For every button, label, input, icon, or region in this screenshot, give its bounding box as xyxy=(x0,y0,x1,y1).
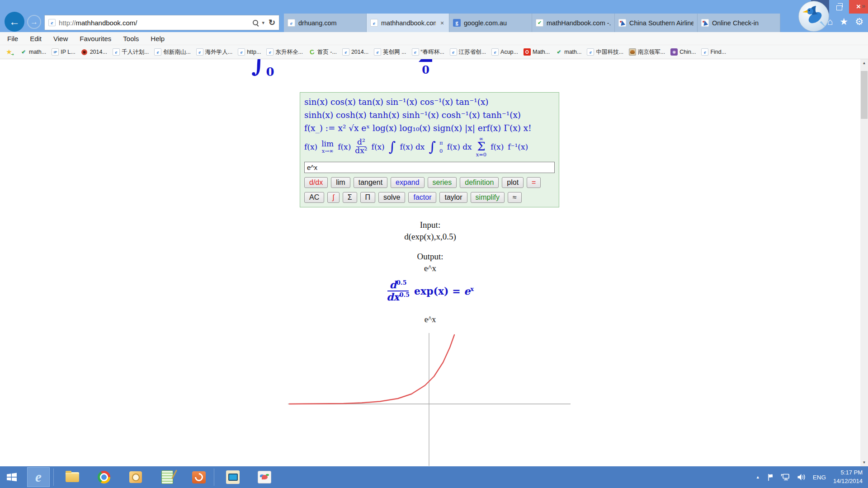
browser-tab[interactable]: Online Check-in × xyxy=(698,14,780,32)
math-action-button[interactable]: factor xyxy=(408,192,436,203)
favorite-label: http... xyxy=(247,49,261,55)
taskbar-item[interactable] xyxy=(124,467,147,487)
math-action-button[interactable]: solve xyxy=(378,192,405,203)
favorite-item[interactable]: 2014... xyxy=(78,47,110,57)
action-center-flag-icon[interactable] xyxy=(767,474,774,481)
taskbar-item[interactable] xyxy=(253,467,276,487)
math-action-button[interactable]: = xyxy=(527,177,541,188)
favorite-icon xyxy=(5,48,13,56)
clock[interactable]: 5:17 PM 14/12/2014 xyxy=(833,469,863,486)
favorite-item[interactable]: 首页 -... xyxy=(306,47,340,57)
favorite-item[interactable]: http... xyxy=(235,47,264,57)
taskbar-item[interactable] xyxy=(93,467,115,487)
favorite-item[interactable]: 2014... xyxy=(340,47,371,57)
calculus-row[interactable]: f(x) limx→∞ f(x) d²dx² f(x) ∫ f(x) dx ∫ … xyxy=(304,136,555,158)
browser-tab[interactable]: google.com.au × xyxy=(449,14,532,32)
scroll-down-icon[interactable]: ▼ xyxy=(860,459,868,466)
favorites-overflow-chevron-icon[interactable]: » xyxy=(862,2,865,9)
home-icon[interactable]: ⌂ xyxy=(827,17,833,26)
favorite-item[interactable]: Acup... xyxy=(489,47,521,57)
favorite-item[interactable]: “春晖杯... xyxy=(409,47,447,57)
network-icon[interactable] xyxy=(781,474,790,481)
browser-tab[interactable]: mathhandbook.com × xyxy=(367,14,449,32)
favorite-item[interactable]: 江苏省创... xyxy=(447,47,489,57)
favorite-item[interactable]: 海外学人... xyxy=(193,47,235,57)
math-action-button[interactable]: tangent xyxy=(354,177,387,188)
favorite-item[interactable]: 英创网 ... xyxy=(371,47,409,57)
favorite-icon xyxy=(587,48,594,56)
browser-titlebar: ← → http://mathhandbook.com/ ▾ ↻ drhuang… xyxy=(0,0,868,32)
volume-icon[interactable] xyxy=(797,474,806,481)
math-action-button[interactable]: lim xyxy=(331,177,350,188)
menu-item[interactable]: Tools xyxy=(123,35,139,42)
address-bar[interactable]: http://mathhandbook.com/ ▾ ↻ xyxy=(44,15,279,30)
taskbar-item[interactable] xyxy=(222,467,244,487)
math-action-button[interactable]: expand xyxy=(391,177,425,188)
favorite-item[interactable]: IP L... xyxy=(49,47,78,57)
math-action-button[interactable]: definition xyxy=(460,177,499,188)
fx-term: f(x) xyxy=(338,142,351,151)
math-action-button[interactable]: Π xyxy=(360,192,376,203)
refresh-icon[interactable]: ↻ xyxy=(269,18,275,28)
language-indicator[interactable]: ENG xyxy=(813,474,826,481)
address-dropdown-icon[interactable]: ▾ xyxy=(262,20,264,26)
url-text[interactable]: http://mathhandbook.com/ xyxy=(59,19,250,27)
scrollbar-thumb[interactable] xyxy=(861,71,868,119)
bird-logo xyxy=(798,1,829,32)
forward-arrow-icon: → xyxy=(30,18,38,27)
taskbar-item[interactable] xyxy=(156,467,179,487)
favorite-item[interactable] xyxy=(3,47,17,57)
favorite-item[interactable]: 创新南山... xyxy=(151,47,193,57)
tab-favicon-icon xyxy=(453,19,461,27)
forward-button[interactable]: → xyxy=(27,15,41,29)
taskbar-item[interactable] xyxy=(61,467,84,487)
favorite-item[interactable]: math... xyxy=(552,47,584,57)
back-button[interactable]: ← xyxy=(5,12,24,32)
menu-item[interactable]: Favourites xyxy=(80,35,111,42)
math-action-button[interactable]: taylor xyxy=(439,192,467,203)
browser-tab[interactable]: China Southern Airline... × xyxy=(615,14,698,32)
favorite-item[interactable]: Find... xyxy=(698,47,729,57)
favorite-item[interactable]: Math... xyxy=(521,47,552,57)
favorite-icon xyxy=(308,48,316,56)
menu-item[interactable]: Edit xyxy=(30,35,42,42)
math-action-button[interactable]: series xyxy=(428,177,457,188)
math-action-button[interactable]: d/dx xyxy=(304,177,328,188)
tab-label: mathhandbook.com xyxy=(381,19,436,27)
favorite-icon xyxy=(555,48,562,56)
taskbar-item[interactable] xyxy=(27,467,50,487)
math-action-button[interactable]: simplify xyxy=(471,192,505,203)
math-action-button[interactable]: plot xyxy=(502,177,524,188)
favorite-item[interactable]: 千人计划... xyxy=(110,47,151,57)
expression-input[interactable] xyxy=(304,162,555,173)
tab-close-icon[interactable]: × xyxy=(439,20,445,26)
browser-tab[interactable]: mathHandbook.com -... × xyxy=(532,14,615,32)
settings-gear-icon[interactable]: ⚙ xyxy=(855,17,863,26)
taskbar-item[interactable] xyxy=(188,467,210,487)
favorite-item[interactable]: 中国科技... xyxy=(584,47,626,57)
math-action-button[interactable]: ≈ xyxy=(508,192,522,203)
favorite-item[interactable]: 南京领军... xyxy=(626,47,668,57)
system-tray: ▲ ENG 5:17 PM 14/12/2014 xyxy=(756,469,868,486)
favorite-item[interactable]: math... xyxy=(17,47,49,57)
scroll-up-icon[interactable]: ▲ xyxy=(860,59,868,67)
search-icon[interactable] xyxy=(253,20,259,26)
menu-item[interactable]: View xyxy=(53,35,68,42)
menu-item[interactable]: Help xyxy=(151,35,165,42)
browser-tab[interactable]: drhuang.com × xyxy=(284,14,367,32)
math-action-button[interactable]: Σ xyxy=(343,192,357,203)
tab-strip: drhuang.com × mathhandbook.com × google.… xyxy=(284,14,780,32)
hidden-icons-chevron-icon[interactable]: ▲ xyxy=(756,475,760,479)
menu-item[interactable]: File xyxy=(7,35,18,42)
start-button[interactable] xyxy=(0,466,24,488)
favorite-item[interactable]: 东升杯全... xyxy=(264,47,305,57)
hyperbolic-row[interactable]: sinh(x) cosh(x) tanh(x) sinh⁻¹(x) cosh⁻¹… xyxy=(304,108,555,122)
favorite-item[interactable]: Chin... xyxy=(668,47,698,57)
trig-row[interactable]: sin(x) cos(x) tan(x) sin⁻¹(x) cos⁻¹(x) t… xyxy=(304,95,555,108)
math-action-button[interactable]: AC xyxy=(304,192,324,203)
math-action-button[interactable]: ∫ xyxy=(327,192,339,203)
vertical-scrollbar[interactable]: ▲ ▼ xyxy=(860,59,868,466)
function-row[interactable]: f(x_) := x² √x eˣ log(x) log₁₀(x) sign(x… xyxy=(304,122,555,135)
restore-button[interactable] xyxy=(830,0,848,14)
favorites-star-icon[interactable]: ★ xyxy=(840,17,848,26)
